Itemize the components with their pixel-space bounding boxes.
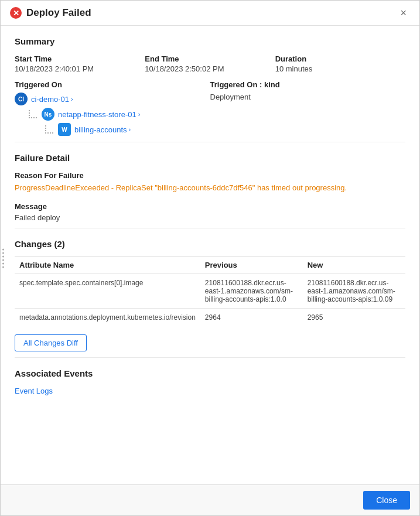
duration-label: Duration	[275, 54, 405, 63]
failure-detail-title: Failure Detail	[15, 153, 405, 163]
cell-new-1: 2965	[303, 308, 405, 326]
table-row: metadata.annotations.deployment.kubernet…	[15, 308, 405, 326]
dotline-1	[29, 110, 37, 118]
chevron-icon-1: ›	[138, 111, 141, 118]
changes-section: Changes (2) Attribute Name Previous New …	[15, 228, 405, 358]
close-footer-button[interactable]: Close	[363, 491, 410, 510]
failure-detail-section: Failure Detail Reason For Failure Progre…	[15, 142, 405, 228]
ci-item-1: Ns netapp-fitness-store-01 ›	[15, 108, 210, 121]
col-previous: Previous	[200, 256, 303, 274]
drag-handle	[1, 246, 6, 270]
dialog-header: ✕ Deploy Failed ×	[1, 1, 419, 26]
associated-events-section: Associated Events Event Logs	[15, 358, 405, 401]
changes-title: Changes (2)	[15, 239, 405, 249]
summary-section: Summary Start Time 10/18/2023 2:40:01 PM…	[15, 26, 405, 142]
triggered-kind-col: Triggered On : kind Deployment	[210, 80, 406, 136]
ci-chain: CI ci-demo-01 › Ns netapp-fitness-store	[15, 93, 210, 136]
table-row: spec.template.spec.containers[0].image21…	[15, 274, 405, 308]
ci-link-2[interactable]: billing-accounts ›	[74, 125, 131, 134]
triggered-row: Triggered On CI ci-demo-01 ›	[15, 80, 405, 136]
error-icon: ✕	[10, 7, 22, 19]
col-new: New	[303, 256, 405, 274]
triggered-on-label: Triggered On	[15, 80, 210, 89]
failure-reason-value: ProgressDeadlineExceeded - ReplicaSet "b…	[15, 182, 405, 194]
cell-attribute-1: metadata.annotations.deployment.kubernet…	[15, 308, 200, 326]
cell-previous-1: 2964	[200, 308, 303, 326]
ci-badge-2: W	[58, 123, 71, 136]
reason-label: Reason For Failure	[15, 171, 405, 180]
message-label: Message	[15, 202, 405, 211]
deploy-failed-dialog: ✕ Deploy Failed × Summary Start Time 10/…	[0, 0, 420, 516]
all-changes-diff-button[interactable]: All Changes Diff	[15, 334, 87, 351]
summary-title: Summary	[15, 36, 405, 46]
dialog-title: Deploy Failed	[26, 7, 91, 19]
ci-badge-0: CI	[15, 93, 28, 105]
start-time-label: Start Time	[15, 54, 145, 63]
ci-item-2: W billing-accounts ›	[15, 123, 210, 136]
triggered-kind-value: Deployment	[210, 93, 406, 101]
end-time-value: 10/18/2023 2:50:02 PM	[145, 64, 275, 73]
col-attribute: Attribute Name	[15, 256, 200, 274]
chevron-icon-2: ›	[129, 126, 131, 133]
message-value: Failed deploy	[15, 213, 405, 222]
dotline-2	[45, 125, 53, 134]
dialog-footer: Close	[1, 484, 419, 515]
cell-new-0: 210811600188.dkr.ecr.us-east-1.amazonaws…	[303, 274, 405, 308]
associated-events-title: Associated Events	[15, 368, 405, 378]
triggered-kind-label: Triggered On : kind	[210, 80, 406, 89]
dialog-body: Summary Start Time 10/18/2023 2:40:01 PM…	[1, 26, 419, 484]
start-time-item: Start Time 10/18/2023 2:40:01 PM	[15, 54, 145, 73]
dialog-close-button[interactable]: ×	[397, 6, 410, 19]
end-time-item: End Time 10/18/2023 2:50:02 PM	[145, 54, 275, 73]
triggered-on-col: Triggered On CI ci-demo-01 ›	[15, 80, 210, 136]
ci-item-0: CI ci-demo-01 ›	[15, 93, 210, 105]
duration-value: 10 minutes	[275, 64, 405, 73]
end-time-label: End Time	[145, 54, 275, 63]
ci-badge-1: Ns	[42, 108, 54, 121]
changes-table: Attribute Name Previous New spec.templat…	[15, 256, 405, 326]
cell-attribute-0: spec.template.spec.containers[0].image	[15, 274, 200, 308]
summary-grid: Start Time 10/18/2023 2:40:01 PM End Tim…	[15, 54, 405, 73]
start-time-value: 10/18/2023 2:40:01 PM	[15, 64, 145, 73]
duration-item: Duration 10 minutes	[275, 54, 405, 73]
ci-link-1[interactable]: netapp-fitness-store-01 ›	[58, 110, 140, 119]
ci-link-0[interactable]: ci-demo-01 ›	[31, 95, 73, 104]
event-logs-link[interactable]: Event Logs	[15, 387, 53, 395]
title-row: ✕ Deploy Failed	[10, 7, 91, 19]
cell-previous-0: 210811600188.dkr.ecr.us-east-1.amazonaws…	[200, 274, 303, 308]
chevron-icon-0: ›	[71, 95, 73, 102]
